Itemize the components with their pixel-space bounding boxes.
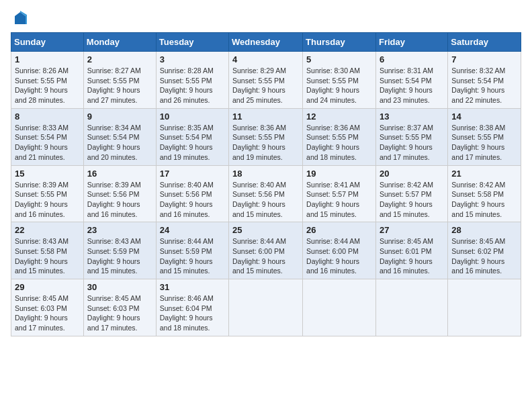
weekday-header: Monday	[83, 33, 156, 52]
calendar-day-cell	[375, 279, 447, 336]
day-number: 27	[380, 225, 444, 235]
calendar-day-cell	[229, 279, 303, 336]
day-number: 14	[451, 111, 517, 122]
calendar-day-cell: 28 Sunrise: 8:45 AMSunset: 6:02 PMDaylig…	[448, 222, 521, 279]
weekday-header: Tuesday	[156, 33, 228, 52]
calendar-header-row: SundayMondayTuesdayWednesdayThursdayFrid…	[11, 33, 521, 52]
calendar-week-row: 8 Sunrise: 8:33 AMSunset: 5:54 PMDayligh…	[11, 108, 521, 165]
calendar-day-cell: 5 Sunrise: 8:30 AMSunset: 5:55 PMDayligh…	[303, 52, 376, 109]
day-number: 1	[15, 54, 80, 64]
day-number: 21	[451, 169, 517, 179]
day-details: Sunrise: 8:27 AMSunset: 5:55 PMDaylight:…	[87, 66, 152, 105]
calendar-day-cell: 14 Sunrise: 8:38 AMSunset: 5:55 PMDaylig…	[448, 108, 521, 165]
calendar-day-cell: 20 Sunrise: 8:42 AMSunset: 5:57 PMDaylig…	[375, 165, 447, 222]
day-number: 5	[306, 54, 372, 64]
day-number: 19	[306, 169, 372, 179]
day-details: Sunrise: 8:39 AMSunset: 5:56 PMDaylight:…	[87, 180, 152, 220]
calendar-table: SundayMondayTuesdayWednesdayThursdayFrid…	[11, 32, 521, 336]
logo	[11, 11, 28, 27]
calendar-day-cell: 3 Sunrise: 8:28 AMSunset: 5:55 PMDayligh…	[156, 52, 228, 109]
day-number: 4	[232, 54, 299, 64]
calendar-day-cell	[448, 279, 521, 336]
day-number: 22	[15, 225, 80, 235]
day-details: Sunrise: 8:44 AMSunset: 6:00 PMDaylight:…	[232, 236, 299, 276]
calendar-day-cell: 15 Sunrise: 8:39 AMSunset: 5:55 PMDaylig…	[11, 165, 84, 222]
day-number: 11	[232, 111, 299, 122]
calendar-day-cell: 19 Sunrise: 8:41 AMSunset: 5:57 PMDaylig…	[303, 165, 376, 222]
day-details: Sunrise: 8:37 AMSunset: 5:55 PMDaylight:…	[380, 123, 444, 163]
calendar-day-cell: 27 Sunrise: 8:45 AMSunset: 6:01 PMDaylig…	[375, 222, 447, 279]
calendar-day-cell: 4 Sunrise: 8:29 AMSunset: 5:55 PMDayligh…	[229, 52, 303, 109]
weekday-header: Friday	[375, 33, 447, 52]
day-number: 18	[232, 169, 299, 179]
day-number: 7	[451, 54, 517, 64]
calendar-day-cell: 24 Sunrise: 8:44 AMSunset: 5:59 PMDaylig…	[156, 222, 228, 279]
day-details: Sunrise: 8:41 AMSunset: 5:57 PMDaylight:…	[306, 180, 372, 220]
calendar-day-cell: 22 Sunrise: 8:43 AMSunset: 5:58 PMDaylig…	[11, 222, 84, 279]
day-details: Sunrise: 8:33 AMSunset: 5:54 PMDaylight:…	[15, 123, 80, 163]
calendar-day-cell: 18 Sunrise: 8:40 AMSunset: 5:56 PMDaylig…	[229, 165, 303, 222]
day-number: 31	[160, 282, 225, 292]
weekday-header: Thursday	[303, 33, 376, 52]
calendar-day-cell: 25 Sunrise: 8:44 AMSunset: 6:00 PMDaylig…	[229, 222, 303, 279]
day-details: Sunrise: 8:35 AMSunset: 5:54 PMDaylight:…	[160, 123, 225, 163]
calendar-day-cell: 8 Sunrise: 8:33 AMSunset: 5:54 PMDayligh…	[11, 108, 84, 165]
day-number: 15	[15, 169, 80, 179]
day-details: Sunrise: 8:26 AMSunset: 5:55 PMDaylight:…	[15, 66, 80, 105]
day-details: Sunrise: 8:44 AMSunset: 6:00 PMDaylight:…	[306, 236, 372, 276]
day-number: 20	[380, 169, 444, 179]
calendar-day-cell	[303, 279, 376, 336]
calendar-day-cell: 30 Sunrise: 8:45 AMSunset: 6:03 PMDaylig…	[83, 279, 156, 336]
calendar-day-cell: 2 Sunrise: 8:27 AMSunset: 5:55 PMDayligh…	[83, 52, 156, 109]
day-details: Sunrise: 8:28 AMSunset: 5:55 PMDaylight:…	[160, 66, 225, 105]
calendar-day-cell: 12 Sunrise: 8:36 AMSunset: 5:55 PMDaylig…	[303, 108, 376, 165]
day-number: 25	[232, 225, 299, 235]
calendar-day-cell: 21 Sunrise: 8:42 AMSunset: 5:58 PMDaylig…	[448, 165, 521, 222]
calendar-day-cell: 31 Sunrise: 8:46 AMSunset: 6:04 PMDaylig…	[156, 279, 228, 336]
day-details: Sunrise: 8:30 AMSunset: 5:55 PMDaylight:…	[306, 66, 372, 105]
calendar-day-cell: 1 Sunrise: 8:26 AMSunset: 5:55 PMDayligh…	[11, 52, 84, 109]
day-details: Sunrise: 8:40 AMSunset: 5:56 PMDaylight:…	[160, 180, 225, 220]
day-number: 26	[306, 225, 372, 235]
calendar-day-cell: 23 Sunrise: 8:43 AMSunset: 5:59 PMDaylig…	[83, 222, 156, 279]
calendar-day-cell: 6 Sunrise: 8:31 AMSunset: 5:54 PMDayligh…	[375, 52, 447, 109]
day-details: Sunrise: 8:45 AMSunset: 6:03 PMDaylight:…	[87, 293, 152, 333]
day-number: 2	[87, 54, 152, 64]
day-details: Sunrise: 8:43 AMSunset: 5:59 PMDaylight:…	[87, 236, 152, 276]
day-details: Sunrise: 8:39 AMSunset: 5:55 PMDaylight:…	[15, 180, 80, 220]
calendar-day-cell: 7 Sunrise: 8:32 AMSunset: 5:54 PMDayligh…	[448, 52, 521, 109]
calendar-day-cell: 26 Sunrise: 8:44 AMSunset: 6:00 PMDaylig…	[303, 222, 376, 279]
day-number: 13	[380, 111, 444, 122]
day-details: Sunrise: 8:43 AMSunset: 5:58 PMDaylight:…	[15, 236, 80, 276]
day-details: Sunrise: 8:40 AMSunset: 5:56 PMDaylight:…	[232, 180, 299, 220]
day-number: 29	[15, 282, 80, 292]
day-number: 12	[306, 111, 372, 122]
day-details: Sunrise: 8:36 AMSunset: 5:55 PMDaylight:…	[306, 123, 372, 163]
logo-icon	[12, 11, 28, 27]
day-number: 24	[160, 225, 225, 235]
day-details: Sunrise: 8:29 AMSunset: 5:55 PMDaylight:…	[232, 66, 299, 105]
day-details: Sunrise: 8:31 AMSunset: 5:54 PMDaylight:…	[380, 66, 444, 105]
day-number: 3	[160, 54, 225, 64]
day-number: 10	[160, 111, 225, 122]
day-number: 17	[160, 169, 225, 179]
calendar-week-row: 1 Sunrise: 8:26 AMSunset: 5:55 PMDayligh…	[11, 52, 521, 109]
day-details: Sunrise: 8:45 AMSunset: 6:03 PMDaylight:…	[15, 293, 80, 333]
calendar-week-row: 29 Sunrise: 8:45 AMSunset: 6:03 PMDaylig…	[11, 279, 521, 336]
day-details: Sunrise: 8:45 AMSunset: 6:01 PMDaylight:…	[380, 236, 444, 276]
calendar-day-cell: 10 Sunrise: 8:35 AMSunset: 5:54 PMDaylig…	[156, 108, 228, 165]
weekday-header: Wednesday	[229, 33, 303, 52]
day-details: Sunrise: 8:42 AMSunset: 5:58 PMDaylight:…	[451, 180, 517, 220]
day-number: 16	[87, 169, 152, 179]
calendar-day-cell: 11 Sunrise: 8:36 AMSunset: 5:55 PMDaylig…	[229, 108, 303, 165]
calendar-week-row: 22 Sunrise: 8:43 AMSunset: 5:58 PMDaylig…	[11, 222, 521, 279]
calendar-day-cell: 13 Sunrise: 8:37 AMSunset: 5:55 PMDaylig…	[375, 108, 447, 165]
weekday-header: Sunday	[11, 33, 84, 52]
day-details: Sunrise: 8:42 AMSunset: 5:57 PMDaylight:…	[380, 180, 444, 220]
calendar-day-cell: 16 Sunrise: 8:39 AMSunset: 5:56 PMDaylig…	[83, 165, 156, 222]
day-details: Sunrise: 8:32 AMSunset: 5:54 PMDaylight:…	[451, 66, 517, 105]
day-details: Sunrise: 8:45 AMSunset: 6:02 PMDaylight:…	[451, 236, 517, 276]
calendar-day-cell: 29 Sunrise: 8:45 AMSunset: 6:03 PMDaylig…	[11, 279, 84, 336]
day-number: 9	[87, 111, 152, 122]
day-details: Sunrise: 8:46 AMSunset: 6:04 PMDaylight:…	[160, 293, 225, 333]
